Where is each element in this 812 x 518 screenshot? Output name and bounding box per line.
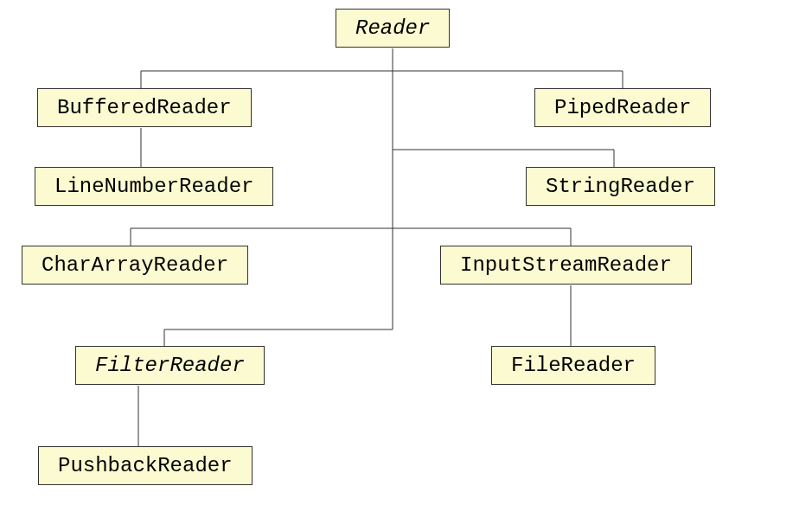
- node-char-array-reader: CharArrayReader: [22, 246, 248, 285]
- node-reader: Reader: [336, 9, 450, 48]
- node-buffered-reader: BufferedReader: [37, 88, 252, 127]
- node-filter-reader: FilterReader: [75, 346, 265, 385]
- node-string-reader: StringReader: [526, 167, 715, 206]
- node-piped-reader: PipedReader: [534, 88, 711, 127]
- node-input-stream-reader: InputStreamReader: [440, 246, 692, 285]
- node-pushback-reader: PushbackReader: [38, 446, 253, 485]
- node-line-number-reader: LineNumberReader: [35, 167, 273, 206]
- node-file-reader: FileReader: [491, 346, 655, 385]
